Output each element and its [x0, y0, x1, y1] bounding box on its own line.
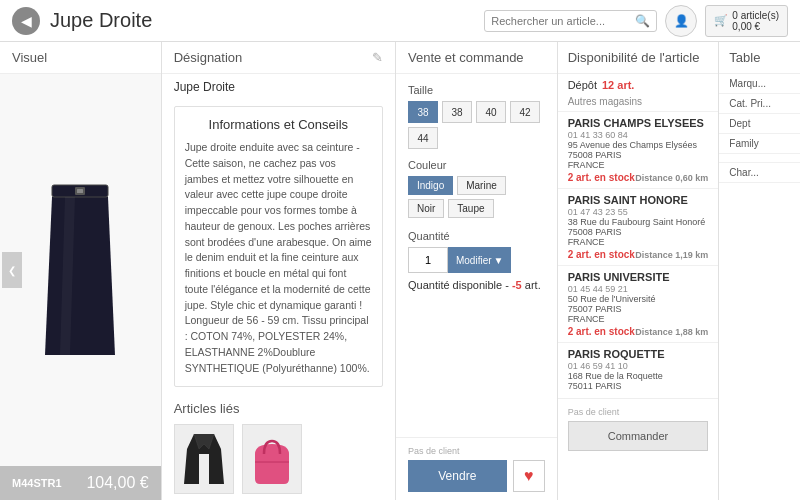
store-addr-1: 38 Rue du Faubourg Saint Honoré: [568, 217, 709, 227]
disponible-qty: -5: [512, 279, 522, 291]
vente-content: Taille 38 38 40 42 44 Couleur Indigo Mar…: [396, 74, 557, 437]
taille-label: Taille: [408, 84, 545, 96]
store-phone-2: 01 45 44 59 21: [568, 284, 709, 294]
couleur-btn-noir[interactable]: Noir: [408, 199, 444, 218]
info-box-title: Informations et Conseils: [185, 117, 372, 132]
modifier-button[interactable]: Modifier ▼: [448, 247, 511, 273]
table-row-1[interactable]: Cat. Pri...: [719, 94, 800, 114]
cart-icon: 🛒: [714, 14, 728, 27]
heart-button[interactable]: ♥: [513, 460, 545, 492]
designation-product-name: Jupe Droite: [162, 74, 395, 100]
store-name-3: PARIS ROQUETTE: [568, 348, 709, 360]
edit-icon[interactable]: ✎: [372, 50, 383, 65]
bottom-info: M44STR1 104,00 €: [0, 466, 161, 500]
table-row-4[interactable]: [719, 154, 800, 163]
table-title: Table: [719, 42, 800, 74]
store-dist-1: Distance 1,19 km: [635, 250, 708, 260]
vendre-row: Vendre ♥: [408, 460, 545, 492]
couleur-btn-taupe[interactable]: Taupe: [448, 199, 493, 218]
table-row-3[interactable]: Family: [719, 134, 800, 154]
user-button[interactable]: 👤: [665, 5, 697, 37]
designation-header: Désignation ✎: [162, 42, 395, 74]
table-row-2[interactable]: Dept: [719, 114, 800, 134]
search-box: 🔍: [484, 10, 657, 32]
header-right: 🔍 👤 🛒 0 article(s) 0,00 €: [484, 5, 788, 37]
store-phone-0: 01 41 33 60 84: [568, 130, 709, 140]
quantite-row: Modifier ▼: [408, 247, 545, 273]
cart-info: 0 article(s) 0,00 €: [732, 10, 779, 32]
main-content: Visuel ❮ M44STR1 104,00 €: [0, 42, 800, 500]
couleur-btn-indigo[interactable]: Indigo: [408, 176, 453, 195]
taille-btn-38-selected[interactable]: 38: [408, 101, 438, 123]
commander-button[interactable]: Commander: [568, 421, 709, 451]
store-stock-row-2: 2 art. en stock Distance 1,88 km: [568, 326, 709, 337]
table-row-0[interactable]: Marqu...: [719, 74, 800, 94]
search-icon[interactable]: 🔍: [635, 14, 650, 28]
cart-price: 0,00 €: [732, 21, 779, 32]
svg-rect-3: [77, 189, 83, 193]
store-item-2: PARIS UNIVERSITE 01 45 44 59 21 50 Rue d…: [558, 265, 719, 342]
store-country-1: 75008 PARISFRANCE: [568, 227, 709, 247]
store-stock-row-0: 2 art. en stock Distance 0,60 km: [568, 172, 709, 183]
store-name-1: PARIS SAINT HONORE: [568, 194, 709, 206]
left-arrow-icon: ❮: [8, 265, 16, 276]
autres-label: Autres magasins: [558, 94, 719, 111]
depot-qty: 12 art.: [602, 79, 634, 91]
thumb-bag[interactable]: [242, 424, 302, 494]
store-country-3: 75011 PARIS: [568, 381, 709, 391]
designation-title: Désignation: [174, 50, 243, 65]
taille-btn-44[interactable]: 44: [408, 127, 438, 149]
store-addr-3: 168 Rue de la Roquette: [568, 371, 709, 381]
panel-dispo: Disponibilité de l'article Dépôt 12 art.…: [558, 42, 720, 500]
store-name-2: PARIS UNIVERSITE: [568, 271, 709, 283]
taille-btn-40[interactable]: 40: [476, 101, 506, 123]
couleur-btn-marine[interactable]: Marine: [457, 176, 506, 195]
store-stock-1: 2 art. en stock: [568, 249, 635, 260]
info-text: Jupe droite enduite avec sa ceinture - C…: [185, 140, 372, 376]
depot-label: Dépôt: [568, 79, 597, 91]
info-box: Informations et Conseils Jupe droite end…: [174, 106, 383, 387]
nav-arrow-left[interactable]: ❮: [2, 252, 22, 288]
store-name-0: PARIS CHAMPS ELYSEES: [568, 117, 709, 129]
couleur-btns: Indigo Marine Noir Taupe: [408, 176, 545, 218]
vente-bottom: Pas de client Vendre ♥: [396, 437, 557, 500]
panel-visuel: Visuel ❮ M44STR1 104,00 €: [0, 42, 162, 500]
table-row-5[interactable]: Char...: [719, 163, 800, 183]
pas-client2-label: Pas de client: [568, 407, 709, 417]
commander-area: Pas de client Commander: [558, 398, 719, 459]
thumb-jacket[interactable]: [174, 424, 234, 494]
store-item-0: PARIS CHAMPS ELYSEES 01 41 33 60 84 95 A…: [558, 111, 719, 188]
back-button[interactable]: ◀: [12, 7, 40, 35]
bag-icon: [247, 429, 297, 489]
store-phone-1: 01 47 43 23 55: [568, 207, 709, 217]
store-stock-0: 2 art. en stock: [568, 172, 635, 183]
quantite-input[interactable]: [408, 247, 448, 273]
search-input[interactable]: [491, 15, 631, 27]
couleur-label: Couleur: [408, 159, 545, 171]
product-ref: M44STR1: [12, 477, 62, 489]
store-dist-0: Distance 0,60 km: [635, 173, 708, 183]
vente-title: Vente et commande: [396, 42, 557, 74]
store-dist-2: Distance 1,88 km: [635, 327, 708, 337]
taille-btn-42[interactable]: 42: [510, 101, 540, 123]
quantite-label: Quantité: [408, 230, 545, 242]
visuel-title: Visuel: [0, 42, 161, 74]
store-addr-2: 50 Rue de l'Université: [568, 294, 709, 304]
articles-thumbnails: [162, 420, 395, 498]
taille-btn-38b[interactable]: 38: [442, 101, 472, 123]
panel-designation: Désignation ✎ Jupe Droite Informations e…: [162, 42, 396, 500]
product-price: 104,00 €: [86, 474, 148, 492]
modifier-arrow-icon: ▼: [494, 255, 504, 266]
store-country-2: 75007 PARISFRANCE: [568, 304, 709, 324]
cart-button[interactable]: 🛒 0 article(s) 0,00 €: [705, 5, 788, 37]
back-icon: ◀: [21, 13, 32, 29]
disponible-text: Quantité disponible - -5 art.: [408, 279, 545, 291]
cart-label: 0 article(s): [732, 10, 779, 21]
panel-table: Table Marqu... Cat. Pri... Dept Family C…: [719, 42, 800, 500]
panel-vente: Vente et commande Taille 38 38 40 42 44 …: [396, 42, 558, 500]
vendre-button[interactable]: Vendre: [408, 460, 507, 492]
heart-icon: ♥: [524, 467, 534, 485]
store-phone-3: 01 46 59 41 10: [568, 361, 709, 371]
modifier-label: Modifier: [456, 255, 492, 266]
store-stock-2: 2 art. en stock: [568, 326, 635, 337]
